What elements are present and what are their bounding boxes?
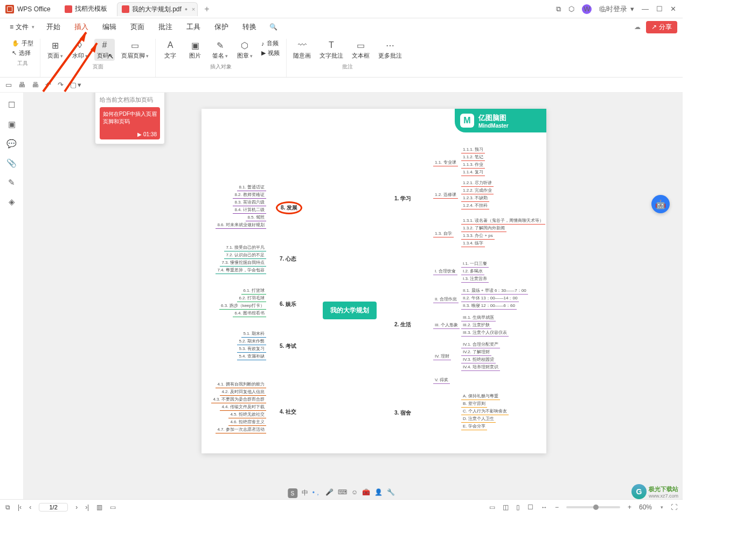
sogou-icon[interactable]: S	[288, 488, 297, 498]
audio-button[interactable]: ♪音频	[259, 39, 282, 48]
stamp-button[interactable]: ⬡图章▾	[234, 39, 255, 61]
ime-keyboard-icon[interactable]: ⌨	[338, 488, 347, 498]
app-name: WPS Office	[17, 5, 51, 13]
more-annot-button[interactable]: ⋯更多批注	[376, 39, 404, 61]
textbox-button[interactable]: ▭文本框	[350, 39, 372, 61]
wave-icon: 〰	[297, 40, 308, 51]
sign-button[interactable]: ✎签名▾	[210, 39, 230, 61]
leaf-node: 1.2.3. 不缺勤	[461, 195, 489, 202]
ime-mic-icon[interactable]: 🎤	[325, 488, 334, 498]
video-button[interactable]: ▶视频	[259, 48, 282, 58]
bookmark-icon[interactable]: ☐	[8, 100, 15, 110]
zoom-out-button[interactable]: −	[555, 503, 559, 511]
image-button[interactable]: ▣图片	[185, 39, 205, 61]
menu-tools[interactable]: 工具	[180, 20, 207, 34]
sub-node: II. 合理作息	[433, 296, 459, 303]
view-mode-1[interactable]: ▭	[489, 503, 495, 511]
ime-lang[interactable]: 中	[302, 488, 308, 498]
pdf-icon	[122, 5, 129, 13]
menu-protect[interactable]: 保护	[208, 20, 235, 34]
avatar[interactable]: W	[582, 4, 592, 14]
ime-settings-icon[interactable]: 🔧	[387, 488, 395, 498]
zoom-value[interactable]: 60%	[639, 503, 652, 511]
leaf-node: II.3. 晚寝 12：00——6：60	[461, 303, 517, 310]
ribbon-group-annotate: 〰随意画 T文字批注 ▭文本框 ⋯更多批注 批注	[287, 39, 408, 77]
minimize-button[interactable]: —	[642, 5, 649, 13]
prev-page-button[interactable]: ‹	[29, 503, 31, 511]
branch-label: 2. 生活	[394, 321, 411, 328]
tab-document[interactable]: 我的大学规划.pdf ● ×	[117, 2, 198, 16]
text-button[interactable]: A文字	[160, 39, 180, 61]
more-icon: ⋯	[385, 40, 395, 51]
group-title: 工具	[17, 60, 28, 67]
maximize-button[interactable]: ☐	[656, 5, 663, 13]
tooltip-video-thumb[interactable]: 如何在PDF中插入页眉页脚和页码 ▶ 01:38	[100, 107, 160, 139]
cube-icon[interactable]: ⬡	[568, 5, 574, 13]
search-icon[interactable]: 🔍	[269, 23, 277, 31]
leaf-node: IV.3. 拒绝校园贷	[461, 356, 496, 363]
save-icon[interactable]: 🖶	[18, 81, 25, 89]
leaf-node: 5.2. 期末作弊	[237, 338, 266, 345]
sub-node: 1.1. 专业课	[433, 159, 458, 166]
next-page-button[interactable]: ›	[75, 503, 78, 511]
close-button[interactable]: ✕	[670, 5, 676, 13]
thumbnails-icon[interactable]: ▣	[8, 120, 16, 129]
last-page-button[interactable]: ›|	[85, 503, 89, 511]
leaf-node: 4.7. 参加一次志愿者活动	[216, 426, 266, 433]
view-mode-3[interactable]: ▯	[516, 503, 520, 511]
ime-toolbox-icon[interactable]: 🧰	[362, 488, 370, 498]
leaf-node: II.2. 午休 13：00——14：00	[461, 295, 519, 302]
tab-templates[interactable]: 找稻壳模板	[60, 2, 117, 16]
title-actions: ⧉ ⬡ W 临时登录 ▾ — ☐ ✕	[556, 4, 676, 14]
zoom-in-button[interactable]: +	[628, 503, 631, 511]
close-icon[interactable]: ×	[192, 6, 195, 12]
attachments-icon[interactable]: 📎	[6, 158, 17, 168]
page-input[interactable]	[39, 503, 68, 512]
document-canvas[interactable]: 页码 给当前文档添加页码 如何在PDF中插入页眉页脚和页码 ▶ 01:38 M …	[24, 93, 683, 499]
select-tool[interactable]: ↖选择	[10, 48, 36, 58]
layers-icon[interactable]: ◈	[9, 197, 15, 207]
center-node: 我的大学规划	[323, 302, 377, 319]
leaf-node: 8.6. 对未来就业做好规划	[216, 222, 266, 229]
thumbnail-icon[interactable]: ▭	[110, 503, 116, 511]
first-page-button[interactable]: |‹	[18, 503, 22, 511]
ime-dot-icon[interactable]: •，	[313, 488, 321, 498]
red-arrow-2	[59, 38, 113, 99]
continuous-icon[interactable]: ▥	[96, 503, 102, 511]
leaf-node: 6.2. 打羽毛球	[237, 295, 266, 302]
comments-icon[interactable]: 💬	[6, 139, 17, 149]
fullscreen-icon[interactable]: ⛶	[671, 503, 677, 511]
assistant-fab[interactable]: 🤖	[651, 195, 670, 213]
login-text[interactable]: 临时登录 ▾	[599, 4, 634, 14]
leaf-node: I.1. 一日三餐	[461, 261, 489, 268]
open-icon[interactable]: ▭	[5, 81, 12, 89]
branch-label: 7. 心态	[280, 255, 296, 263]
hand-tool[interactable]: ✋手型	[10, 39, 36, 48]
fit-width-icon[interactable]: ↔	[541, 503, 547, 511]
view-mode-4[interactable]: ☐	[527, 503, 533, 511]
freehand-button[interactable]: 〰随意画	[291, 39, 313, 61]
pdf-page: M 亿图脑图MindMaster 我的大学规划 8. 发展 1. 学习2. 生活…	[202, 109, 546, 453]
menubar: ≡ 文件 ▾ 开始 插入 编辑 页面 批注 工具 保护 转换 🔍 ☁ ↗ 分享	[0, 18, 683, 36]
ime-emoji-icon[interactable]: ☺	[351, 488, 358, 498]
zoom-slider[interactable]	[566, 506, 620, 508]
menu-comment[interactable]: 批注	[152, 20, 179, 34]
add-tab-button[interactable]: +	[204, 4, 209, 14]
view-mode-2[interactable]: ◫	[503, 503, 509, 511]
menu-page[interactable]: 页面	[124, 20, 151, 34]
cloud-icon[interactable]: ☁	[634, 23, 641, 31]
leaf-node: I.3. 注意营养	[461, 276, 489, 283]
tab-label: 我的大学规划.pdf	[132, 5, 182, 14]
signatures-icon[interactable]: ✎	[8, 178, 15, 187]
share-button[interactable]: ↗ 分享	[646, 21, 677, 33]
ime-user-icon[interactable]: 👤	[374, 488, 383, 498]
text-annot-button[interactable]: T文字批注	[317, 39, 345, 61]
leaf-node: 7.1. 接受自己的平凡	[224, 244, 266, 251]
sub-node: V. 得奖	[433, 377, 450, 384]
file-menu[interactable]: ≡ 文件 ▾	[5, 21, 39, 33]
main-area: ☐ ▣ 💬 📎 ✎ ◈ 页码 给当前文档添加页码 如何在PDF中插入页眉页脚和页…	[0, 93, 683, 499]
panel-icon[interactable]: ⧉	[556, 5, 561, 13]
panels-icon[interactable]: ⧉	[5, 503, 10, 511]
header-footer-button[interactable]: ▭页眉页脚▾	[119, 39, 151, 61]
menu-convert[interactable]: 转换	[236, 20, 263, 34]
